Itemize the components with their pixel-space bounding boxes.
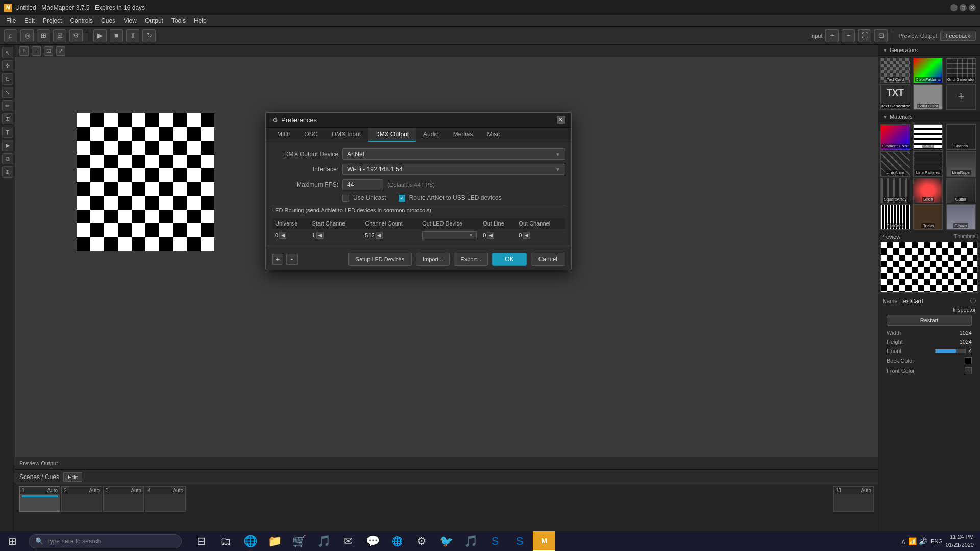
maximize-button[interactable]: □	[960, 4, 967, 11]
taskbar-files[interactable]: 📁	[263, 531, 286, 552]
use-unicast-checkbox[interactable]	[342, 195, 349, 202]
toolbar-marker-btn[interactable]: ◎	[20, 29, 34, 42]
taskbar-music2[interactable]: 🎵	[459, 531, 482, 552]
mat-gradient-color[interactable]: Gradient Color	[880, 124, 910, 150]
menu-tools[interactable]: Tools	[167, 16, 190, 26]
minimize-button[interactable]: —	[950, 4, 958, 11]
mat-lineanim[interactable]: Line Anim	[880, 151, 910, 177]
menu-view[interactable]: View	[119, 16, 141, 26]
tab-dmx-input[interactable]: DMX Input	[325, 128, 368, 142]
menu-cues[interactable]: Cues	[97, 16, 119, 26]
toolbar-remove-input[interactable]: −	[842, 29, 855, 42]
dialog-close-button[interactable]: ✕	[557, 116, 565, 124]
device-value[interactable]: ArtNet ▼	[342, 148, 565, 160]
scene-cell-3[interactable]: 3 Auto	[103, 486, 144, 512]
taskbar-volume-icon[interactable]: 🔊	[919, 537, 927, 545]
menu-help[interactable]: Help	[190, 16, 211, 26]
start-ch-dec-btn[interactable]: ◀	[316, 232, 324, 239]
info-btn[interactable]: ⓘ	[970, 297, 976, 305]
gen-testcard[interactable]: Test Card	[880, 58, 910, 83]
taskbar-whatsapp[interactable]: 💬	[361, 531, 384, 552]
remove-row-button[interactable]: -	[286, 254, 298, 265]
scene-cell-4[interactable]: 4 Auto	[145, 486, 186, 512]
taskbar-bird[interactable]: 🐦	[435, 531, 457, 552]
universe-dec-btn[interactable]: ◀	[279, 232, 286, 239]
toolbar-fullscreen[interactable]: ⛶	[858, 29, 871, 42]
generators-collapse-icon[interactable]: ▼	[883, 47, 888, 53]
gen-solid-color[interactable]: Solid Color	[913, 84, 943, 110]
tool-scale[interactable]: ⤡	[2, 87, 13, 98]
toolbar-play-btn[interactable]: ▶	[93, 29, 107, 42]
mat-barcode[interactable]: Bar Code	[880, 204, 910, 230]
menu-project[interactable]: Project	[39, 16, 66, 26]
taskbar-task-view[interactable]: ⊟	[190, 531, 212, 552]
taskbar-music[interactable]: 🎵	[312, 531, 335, 552]
tab-osc[interactable]: OSC	[297, 128, 325, 142]
add-row-button[interactable]: +	[272, 254, 283, 265]
feedback-button[interactable]: Feedback	[940, 31, 976, 41]
mat-bricks[interactable]: Bricks	[913, 204, 943, 230]
tool-text[interactable]: T	[2, 127, 13, 138]
tool-media[interactable]: ▶	[2, 140, 13, 151]
ok-button[interactable]: OK	[492, 253, 526, 266]
taskbar-network-icon[interactable]: 📶	[908, 537, 917, 545]
export-button[interactable]: Export...	[454, 253, 488, 266]
toolbar-grid-btn[interactable]: ⊞	[53, 29, 66, 42]
taskbar-clock[interactable]: 11:24 PM 01/21/2020	[946, 533, 974, 549]
gen-text-generator[interactable]: TXT Text Generator	[880, 84, 910, 110]
materials-collapse-icon[interactable]: ▼	[883, 114, 888, 120]
taskbar-edge[interactable]: 🌐	[239, 531, 261, 552]
mat-shapes[interactable]: Shapes	[946, 124, 976, 150]
toolbar-display-btn[interactable]: ⊞	[37, 29, 50, 42]
menu-controls[interactable]: Controls	[66, 16, 97, 26]
taskbar-explorer[interactable]: 🗂	[214, 531, 237, 552]
tab-midi[interactable]: MIDI	[270, 128, 297, 142]
taskbar-chevron-icon[interactable]: ∧	[901, 537, 906, 545]
tab-dmx-output[interactable]: DMX Output	[368, 128, 416, 142]
tool-layer[interactable]: ⧉	[2, 153, 13, 164]
out-line-dec-btn[interactable]: ◀	[487, 232, 494, 239]
toolbar-settings-btn[interactable]: ⚙	[69, 29, 83, 42]
canvas-expand-btn[interactable]: ⤢	[56, 46, 65, 56]
cancel-button[interactable]: Cancel	[531, 253, 565, 266]
canvas-fit-btn[interactable]: ⊡	[44, 46, 53, 56]
taskbar-skype2[interactable]: S	[508, 531, 531, 552]
mat-clouds[interactable]: Clouds	[946, 204, 976, 230]
menu-edit[interactable]: Edit	[20, 16, 39, 26]
mat-linepatterns[interactable]: Line Patterns	[913, 151, 943, 177]
mat-siren[interactable]: Siren	[913, 178, 943, 203]
channel-count-dec-btn[interactable]: ◀	[376, 232, 383, 239]
mat-linerope[interactable]: LineRope	[946, 151, 976, 177]
scene-cell-1[interactable]: 1 Auto	[19, 486, 60, 512]
canvas-minus-btn[interactable]: −	[32, 46, 41, 56]
tool-extra[interactable]: ⊕	[2, 166, 13, 178]
mat-guitar[interactable]: Guitar	[946, 178, 976, 203]
tool-crop[interactable]: ⊞	[2, 113, 13, 124]
menu-output[interactable]: Output	[141, 16, 167, 26]
canvas-add-btn[interactable]: +	[19, 46, 29, 56]
front-color-swatch[interactable]	[965, 367, 972, 374]
interface-value[interactable]: Wi-Fi - 192.168.1.54 ▼	[342, 164, 565, 175]
toolbar-stop-btn[interactable]: ■	[110, 29, 123, 42]
scene-cell-2[interactable]: 2 Auto	[61, 486, 102, 512]
taskbar-skype[interactable]: S	[484, 531, 506, 552]
import-button[interactable]: Import...	[416, 253, 450, 266]
tool-draw[interactable]: ✏	[2, 100, 13, 111]
taskbar-settings[interactable]: ⚙	[410, 531, 433, 552]
taskbar-chrome[interactable]: 🌐	[386, 531, 408, 552]
fps-input[interactable]	[342, 179, 383, 190]
close-button[interactable]: ✕	[969, 4, 976, 11]
route-artnet-checkbox[interactable]: ✓	[399, 195, 405, 202]
toolbar-home-btn[interactable]: ⌂	[4, 29, 17, 42]
back-color-swatch[interactable]	[965, 357, 972, 364]
gen-colorpatterns[interactable]: ColorPatterns	[913, 58, 943, 83]
gen-add-btn[interactable]: +	[946, 84, 976, 110]
checker-pattern[interactable]	[77, 113, 214, 251]
gen-grid-generator[interactable]: Grid-Generator	[946, 58, 976, 83]
scenes-edit-button[interactable]: Edit	[63, 472, 82, 482]
taskbar-store[interactable]: 🛒	[288, 531, 310, 552]
toolbar-loop-btn[interactable]: ↻	[142, 29, 156, 42]
tool-move[interactable]: ✛	[2, 60, 13, 71]
taskbar-search[interactable]: 🔍 Type here to search	[29, 534, 182, 548]
out-channel-dec-btn[interactable]: ◀	[523, 232, 530, 239]
